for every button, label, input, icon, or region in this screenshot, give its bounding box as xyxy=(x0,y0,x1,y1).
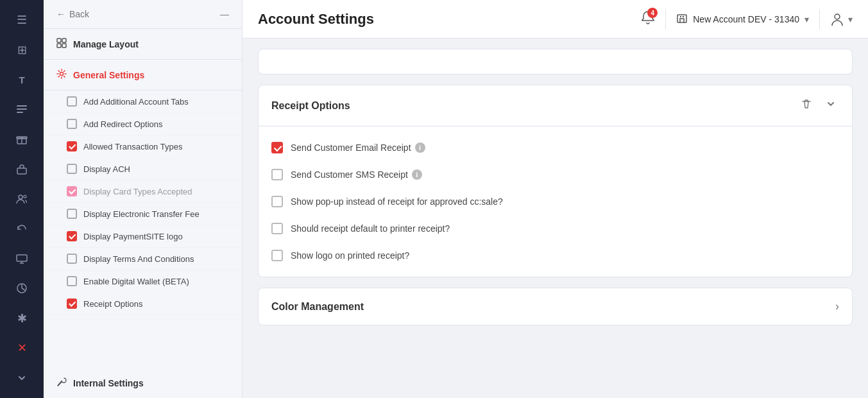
nav-item-enable-digital-wallet[interactable]: Enable Digital Wallet (BETA) xyxy=(44,270,242,293)
nav-item-display-terms-and-conditions[interactable]: Display Terms And Conditions xyxy=(44,248,242,270)
back-arrow-icon: ← xyxy=(56,9,65,19)
svg-rect-1 xyxy=(17,108,27,110)
info-icon-0[interactable]: i xyxy=(415,143,425,153)
close-sidebar-icon[interactable]: ✕ xyxy=(9,336,35,360)
receipt-checkbox-4[interactable] xyxy=(271,250,283,261)
gift-icon[interactable] xyxy=(9,127,35,151)
nav-item-allowed-transaction-types[interactable]: Allowed Transaction Types xyxy=(44,135,242,158)
color-management-chevron-icon: › xyxy=(835,300,839,313)
nav-label-4: Display Card Types Accepted xyxy=(83,187,192,196)
nav-checkbox-4[interactable] xyxy=(67,186,77,196)
sidebar-dark: ☰ ⊞ T ✱ ✕ xyxy=(0,0,44,398)
svg-rect-9 xyxy=(17,255,27,261)
svg-rect-22 xyxy=(683,16,684,17)
nav-label-7: Display Terms And Conditions xyxy=(83,254,194,264)
nav-checkbox-2[interactable] xyxy=(67,141,77,151)
users-icon[interactable] xyxy=(9,187,35,211)
header-divider-2 xyxy=(819,9,820,30)
nav-item-display-card-types-accepted[interactable]: Display Card Types Accepted xyxy=(44,180,242,203)
nav-label-8: Enable Digital Wallet (BETA) xyxy=(83,277,189,286)
nav-item-display-paymentsite-logo[interactable]: Display PaymentSITE logo xyxy=(44,225,242,248)
general-settings-section[interactable]: General Settings xyxy=(44,60,242,91)
nav-checkbox-9[interactable] xyxy=(67,298,77,309)
nav-item-add-additional-account-tabs[interactable]: Add Additional Account Tabs xyxy=(44,91,242,113)
nav-checkbox-6[interactable] xyxy=(67,231,77,241)
briefcase-icon[interactable] xyxy=(9,157,35,181)
receipt-option-row-1: Send Customer SMS Receipt i xyxy=(271,166,839,183)
notification-button[interactable]: 4 xyxy=(641,10,655,28)
header-right: 4 New Account DEV - 31340 ▾ ▾ xyxy=(641,9,853,30)
gear-icon xyxy=(56,69,67,81)
refresh-icon[interactable] xyxy=(9,216,35,241)
layout-icon xyxy=(56,38,67,50)
top-header: Account Settings 4 New Account DEV - 313… xyxy=(243,0,868,39)
receipt-option-row-4: Show logo on printed receipt? xyxy=(271,247,839,264)
svg-rect-15 xyxy=(57,39,61,42)
svg-rect-18 xyxy=(62,44,66,48)
account-selector[interactable]: New Account DEV - 31340 ▾ xyxy=(676,12,809,26)
internal-settings-section[interactable]: Internal Settings xyxy=(44,368,242,398)
receipt-checkbox-2[interactable] xyxy=(271,196,283,207)
collapse-receipt-options-button[interactable] xyxy=(822,96,839,116)
nav-item-display-ach[interactable]: Display ACH xyxy=(44,158,242,180)
general-settings-label: General Settings xyxy=(73,70,144,80)
account-name: New Account DEV - 31340 xyxy=(693,14,799,24)
nav-item-receipt-options[interactable]: Receipt Options xyxy=(44,293,242,315)
account-chevron-icon: ▾ xyxy=(804,14,809,24)
delete-receipt-options-button[interactable] xyxy=(798,96,815,116)
nav-label-9: Receipt Options xyxy=(83,299,143,309)
nav-checkbox-5[interactable] xyxy=(67,209,77,219)
back-button[interactable]: ← Back — xyxy=(44,0,242,29)
collapse-icon[interactable] xyxy=(9,366,35,390)
nav-checkbox-1[interactable] xyxy=(67,119,77,129)
receipt-option-label-4: Show logo on printed receipt? xyxy=(291,250,409,261)
nav-item-display-electronic-transfer-fee[interactable]: Display Electronic Transfer Fee xyxy=(44,203,242,225)
svg-line-14 xyxy=(22,288,25,290)
svg-rect-16 xyxy=(62,39,66,42)
receipt-option-label-2: Show pop-up instead of receipt for appro… xyxy=(291,196,503,207)
nav-checkbox-7[interactable] xyxy=(67,254,77,264)
svg-point-19 xyxy=(60,73,64,76)
receipt-options-header: Receipt Options xyxy=(259,85,852,126)
notification-badge: 4 xyxy=(647,8,658,18)
svg-rect-6 xyxy=(17,168,26,174)
reports-icon[interactable] xyxy=(9,97,35,121)
nav-label-0: Add Additional Account Tabs xyxy=(83,97,189,107)
receipt-option-label-3: Should receipt default to printer receip… xyxy=(291,223,450,234)
content-area: Receipt Options Send Customer Email Rece… xyxy=(243,39,868,398)
tools-icon[interactable]: ✱ xyxy=(9,306,35,331)
nav-checkbox-0[interactable] xyxy=(67,96,77,107)
receipt-checkbox-1[interactable] xyxy=(271,169,283,180)
receipt-options-title: Receipt Options xyxy=(271,100,350,112)
payment-icon[interactable]: T xyxy=(9,67,35,92)
svg-rect-17 xyxy=(57,44,61,48)
menu-icon[interactable]: ☰ xyxy=(9,8,35,32)
svg-point-23 xyxy=(835,14,840,19)
account-building-icon xyxy=(676,12,688,26)
manage-layout-section[interactable]: Manage Layout xyxy=(44,29,242,60)
internal-settings-label: Internal Settings xyxy=(73,378,144,388)
nav-item-add-redirect-options[interactable]: Add Redirect Options xyxy=(44,113,242,135)
color-management-row[interactable]: Color Management › xyxy=(259,288,852,325)
receipt-option-row-2: Show pop-up instead of receipt for appro… xyxy=(271,193,839,210)
color-management-card: Color Management › xyxy=(258,288,853,325)
sidebar-light: ← Back — Manage Layout General Settings … xyxy=(44,0,243,398)
nav-label-2: Allowed Transaction Types xyxy=(83,142,182,151)
svg-point-8 xyxy=(24,195,26,198)
user-menu[interactable]: ▾ xyxy=(830,12,853,26)
info-icon-1[interactable]: i xyxy=(412,169,422,180)
page-title: Account Settings xyxy=(258,11,374,28)
nav-label-1: Add Redirect Options xyxy=(83,119,163,129)
header-divider-1 xyxy=(665,9,666,30)
chart-icon[interactable] xyxy=(9,276,35,300)
dashboard-icon[interactable]: ⊞ xyxy=(9,37,35,62)
receipt-checkbox-3[interactable] xyxy=(271,223,283,234)
receipt-checkbox-0[interactable] xyxy=(271,142,283,153)
nav-checkbox-8[interactable] xyxy=(67,276,77,286)
nav-label-3: Display ACH xyxy=(83,164,130,174)
back-label: Back xyxy=(69,9,89,19)
display-icon[interactable] xyxy=(9,247,35,271)
svg-rect-0 xyxy=(17,105,27,107)
receipt-options-card: Receipt Options Send Customer Email Rece… xyxy=(258,85,853,277)
nav-checkbox-3[interactable] xyxy=(67,164,77,174)
